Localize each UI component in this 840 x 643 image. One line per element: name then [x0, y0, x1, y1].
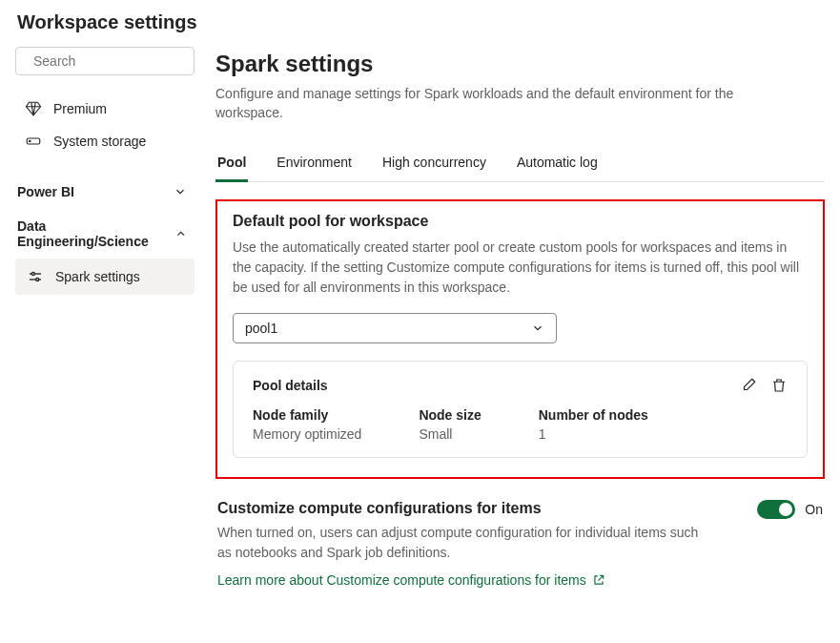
learn-more-text: Learn more about Customize compute confi… [217, 572, 586, 588]
page-title: Workspace settings [17, 11, 825, 33]
customize-description: When turned on, users can adjust compute… [217, 523, 713, 563]
node-size-col: Node size Small [419, 407, 481, 442]
num-nodes-value: 1 [539, 426, 648, 442]
chevron-down-icon [174, 185, 187, 198]
pool-select-value: pool1 [245, 321, 277, 336]
node-size-label: Node size [419, 407, 481, 423]
external-link-icon [592, 573, 605, 587]
chevron-down-icon [531, 322, 544, 335]
node-family-value: Memory optimized [253, 426, 361, 442]
node-size-value: Small [419, 426, 481, 442]
tab-environment[interactable]: Environment [275, 147, 354, 181]
num-nodes-label: Number of nodes [539, 407, 648, 423]
main-description: Configure and manage settings for Spark … [215, 85, 749, 122]
default-pool-heading: Default pool for workspace [233, 213, 808, 230]
sidebar-section-power-bi[interactable]: Power BI [15, 175, 195, 209]
sidebar: Premium System storage Power BI Data Eng… [15, 47, 195, 295]
sliders-icon [27, 268, 44, 285]
learn-more-link[interactable]: Learn more about Customize compute confi… [217, 572, 605, 588]
svg-point-5 [31, 273, 34, 276]
sidebar-section-label: Data Engineering/Science [17, 218, 174, 249]
customize-section: Customize compute configurations for ite… [215, 500, 825, 588]
sidebar-item-label: Premium [53, 101, 107, 116]
svg-point-7 [36, 279, 39, 281]
sidebar-item-label: System storage [53, 134, 146, 149]
default-pool-description: Use the automatically created starter po… [233, 238, 808, 298]
sidebar-item-spark-settings[interactable]: Spark settings [15, 259, 195, 295]
pool-details-title: Pool details [253, 378, 328, 393]
customize-heading: Customize compute configurations for ite… [217, 500, 713, 517]
node-family-label: Node family [253, 407, 361, 423]
tab-high-concurrency[interactable]: High concurrency [380, 147, 488, 181]
tab-automatic-log[interactable]: Automatic log [515, 147, 600, 181]
customize-toggle[interactable] [757, 500, 795, 519]
sidebar-section-data-eng[interactable]: Data Engineering/Science [15, 209, 195, 259]
pool-details-card: Pool details Node family Memory optimize… [233, 361, 808, 458]
toggle-label: On [805, 502, 823, 517]
sidebar-item-system-storage[interactable]: System storage [15, 125, 195, 157]
sidebar-item-label: Spark settings [55, 269, 140, 284]
svg-point-3 [30, 140, 31, 142]
node-family-col: Node family Memory optimized [253, 407, 361, 442]
num-nodes-col: Number of nodes 1 [539, 407, 648, 442]
search-input[interactable] [33, 53, 200, 69]
trash-icon[interactable] [770, 377, 788, 394]
tabs: Pool Environment High concurrency Automa… [215, 147, 825, 182]
diamond-icon [25, 100, 42, 117]
sidebar-section-label: Power BI [17, 184, 74, 199]
tab-pool[interactable]: Pool [215, 147, 248, 182]
search-box[interactable] [15, 47, 195, 75]
main-title: Spark settings [215, 51, 825, 77]
default-pool-section-highlight: Default pool for workspace Use the autom… [215, 199, 825, 479]
edit-icon[interactable] [740, 377, 757, 394]
pool-select-dropdown[interactable]: pool1 [233, 313, 557, 343]
storage-icon [25, 133, 42, 150]
main-content: Spark settings Configure and manage sett… [215, 47, 825, 588]
chevron-up-icon [174, 227, 187, 240]
sidebar-item-premium[interactable]: Premium [15, 93, 195, 125]
